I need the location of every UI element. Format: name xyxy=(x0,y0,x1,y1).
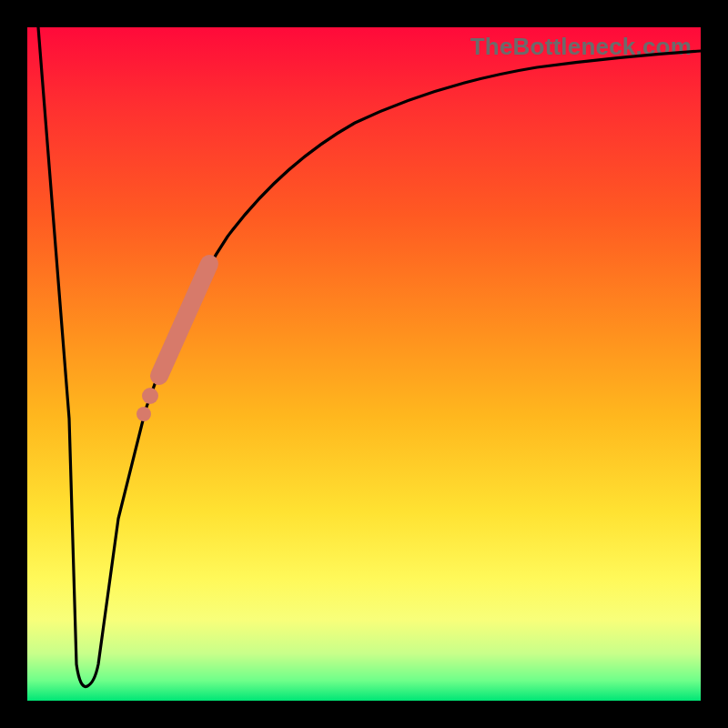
bottleneck-curve xyxy=(38,27,701,687)
chart-svg xyxy=(27,27,701,701)
highlight-dot-1 xyxy=(142,388,158,404)
chart-frame: TheBottleneck.com xyxy=(0,0,728,728)
plot-area: TheBottleneck.com xyxy=(27,27,701,701)
highlight-segment-main xyxy=(159,264,209,376)
highlight-dot-2 xyxy=(136,407,151,421)
